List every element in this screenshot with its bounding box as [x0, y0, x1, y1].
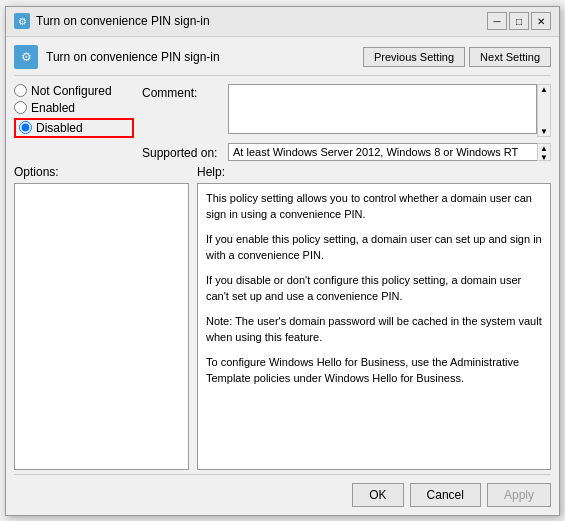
nav-buttons: Previous Setting Next Setting — [363, 47, 551, 67]
supported-scroll-up[interactable]: ▲ — [540, 144, 548, 153]
enabled-radio-item[interactable]: Enabled — [14, 101, 134, 115]
not-configured-label: Not Configured — [31, 84, 112, 98]
footer-row: OK Cancel Apply — [14, 474, 551, 507]
help-p3: If you disable or don't configure this p… — [206, 272, 542, 305]
options-box — [14, 183, 189, 470]
right-panel: Comment: ▲ ▼ Supported on: At least Wind… — [142, 84, 551, 161]
help-p2: If you enable this policy setting, a dom… — [206, 231, 542, 264]
header-icon: ⚙ — [14, 45, 38, 69]
previous-setting-button[interactable]: Previous Setting — [363, 47, 465, 67]
supported-label: Supported on: — [142, 144, 222, 160]
comment-scroll-down[interactable]: ▼ — [540, 127, 548, 136]
main-window: ⚙ Turn on convenience PIN sign-in ─ □ ✕ … — [5, 6, 560, 516]
disabled-highlight-box: Disabled — [14, 118, 134, 138]
close-button[interactable]: ✕ — [531, 12, 551, 30]
comment-label: Comment: — [142, 84, 222, 100]
not-configured-radio-item[interactable]: Not Configured — [14, 84, 134, 98]
comment-textarea[interactable] — [228, 84, 537, 134]
content-area: ⚙ Turn on convenience PIN sign-in Previo… — [6, 37, 559, 515]
ok-button[interactable]: OK — [352, 483, 403, 507]
supported-value: At least Windows Server 2012, Windows 8 … — [228, 143, 551, 161]
cancel-button[interactable]: Cancel — [410, 483, 481, 507]
left-panel: Not Configured Enabled Disabled — [14, 84, 134, 161]
title-controls: ─ □ ✕ — [487, 12, 551, 30]
help-p1: This policy setting allows you to contro… — [206, 190, 542, 223]
supported-row: Supported on: At least Windows Server 20… — [142, 143, 551, 161]
help-label: Help: — [197, 165, 551, 179]
header-row: ⚙ Turn on convenience PIN sign-in Previo… — [14, 45, 551, 76]
options-label: Options: — [14, 165, 189, 179]
options-help-row: Options: Help: This policy setting allow… — [14, 165, 551, 470]
title-bar: ⚙ Turn on convenience PIN sign-in ─ □ ✕ — [6, 7, 559, 37]
maximize-button[interactable]: □ — [509, 12, 529, 30]
apply-button[interactable]: Apply — [487, 483, 551, 507]
disabled-radio[interactable] — [19, 121, 32, 134]
window-icon: ⚙ — [14, 13, 30, 29]
help-box: This policy setting allows you to contro… — [197, 183, 551, 470]
options-panel: Options: — [14, 165, 189, 470]
supported-scroll-down[interactable]: ▼ — [540, 153, 548, 162]
enabled-label: Enabled — [31, 101, 75, 115]
help-p5: To configure Windows Hello for Business,… — [206, 354, 542, 387]
radio-section: Not Configured Enabled Disabled — [14, 84, 134, 138]
header-title: Turn on convenience PIN sign-in — [46, 50, 363, 64]
title-bar-text: Turn on convenience PIN sign-in — [36, 14, 487, 28]
main-body: Not Configured Enabled Disabled — [14, 84, 551, 161]
not-configured-radio[interactable] — [14, 84, 27, 97]
enabled-radio[interactable] — [14, 101, 27, 114]
disabled-radio-item[interactable]: Disabled — [19, 121, 83, 135]
disabled-label: Disabled — [36, 121, 83, 135]
help-p4: Note: The user's domain password will be… — [206, 313, 542, 346]
minimize-button[interactable]: ─ — [487, 12, 507, 30]
next-setting-button[interactable]: Next Setting — [469, 47, 551, 67]
help-panel: Help: This policy setting allows you to … — [197, 165, 551, 470]
comment-row: Comment: ▲ ▼ — [142, 84, 551, 137]
comment-scroll-up[interactable]: ▲ — [540, 85, 548, 94]
